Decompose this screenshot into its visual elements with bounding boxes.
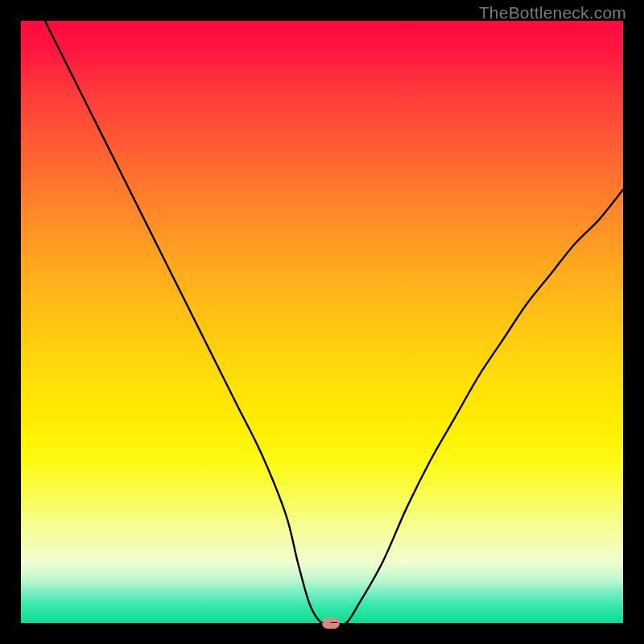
plot-area bbox=[21, 21, 623, 623]
bottleneck-curve bbox=[21, 21, 623, 623]
chart-stage: TheBottleneck.com bbox=[0, 0, 644, 644]
watermark-text: TheBottleneck.com bbox=[479, 3, 626, 23]
